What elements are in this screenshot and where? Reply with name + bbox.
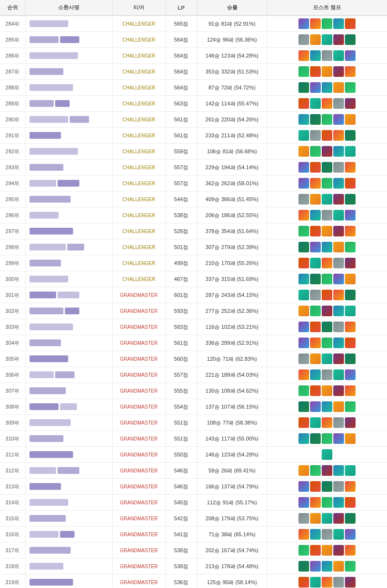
- summoner-name-cell[interactable]: [25, 239, 112, 255]
- summoner-name-cell[interactable]: [25, 128, 112, 144]
- table-row[interactable]: 318위GRANDMASTER538점213승 178패 (54.48%): [0, 559, 387, 574]
- table-row[interactable]: 307위GRANDMASTER555점130승 108패 (54.62%): [0, 383, 387, 399]
- most-champs-cell: [267, 271, 387, 287]
- summoner-name-cell[interactable]: [25, 176, 112, 191]
- table-row[interactable]: 311위GRANDMASTER550점146승 123패 (54.28%): [0, 447, 387, 463]
- summoner-name-cell[interactable]: [25, 527, 112, 543]
- table-row[interactable]: 296위CHALLENGER538점206승 186패 (52.55%): [0, 207, 387, 223]
- summoner-name-cell[interactable]: [25, 495, 112, 511]
- champion-icon: [333, 433, 344, 444]
- summoner-name-cell[interactable]: [25, 223, 112, 239]
- champion-icon: [298, 178, 309, 189]
- summoner-name-cell[interactable]: [25, 559, 112, 574]
- summoner-name-cell[interactable]: [25, 287, 112, 303]
- table-row[interactable]: 317위GRANDMASTER538점202승 167패 (54.74%): [0, 543, 387, 559]
- summoner-name-cell[interactable]: [25, 15, 112, 32]
- table-row[interactable]: 309위GRANDMASTER551점108승 77패 (58.38%): [0, 415, 387, 431]
- table-row[interactable]: 316위GRANDMASTER541점71승 38패 (65.14%): [0, 527, 387, 543]
- table-row[interactable]: 290위CHALLENGER561점261승 220패 (54.26%): [0, 112, 387, 128]
- champion-icon: [322, 178, 332, 189]
- summoner-name-cell[interactable]: [25, 144, 112, 160]
- table-row[interactable]: 284위CHALLENGER565점91승 81패 (52.91%): [0, 15, 387, 32]
- table-row[interactable]: 302위GRANDMASTER593점277승 252패 (52.36%): [0, 303, 387, 319]
- win-rate-cell: 229승 194패 (54.14%): [197, 160, 267, 176]
- table-row[interactable]: 314위GRANDMASTER545점112승 91패 (55.17%): [0, 495, 387, 511]
- summoner-name-cell[interactable]: [25, 383, 112, 399]
- table-row[interactable]: 291위CHALLENGER561점233승 211패 (52.48%): [0, 128, 387, 144]
- champion-icon: [310, 577, 321, 588]
- summoner-name-cell[interactable]: [25, 543, 112, 559]
- rank-cell: 299위: [0, 255, 25, 271]
- summoner-name-cell[interactable]: [25, 574, 112, 588]
- summoner-name-cell[interactable]: [25, 303, 112, 319]
- summoner-name-cell[interactable]: [25, 351, 112, 367]
- summoner-name-cell[interactable]: [25, 367, 112, 383]
- table-row[interactable]: 297위CHALLENGER528점378승 354패 (51.64%): [0, 223, 387, 239]
- most-champs-cell: [267, 239, 387, 255]
- summoner-name-cell[interactable]: [25, 160, 112, 176]
- table-row[interactable]: 292위CHALLENGER559점106승 81패 (56.68%): [0, 144, 387, 160]
- table-row[interactable]: 298위CHALLENGER501점307승 279패 (52.39%): [0, 239, 387, 255]
- summoner-name-cell[interactable]: [25, 48, 112, 64]
- champion-icon: [322, 385, 332, 396]
- table-row[interactable]: 286위CHALLENGER564점146승 123패 (54.28%): [0, 48, 387, 64]
- summoner-name-cell[interactable]: [25, 271, 112, 287]
- summoner-name-cell[interactable]: [25, 112, 112, 128]
- summoner-name-cell[interactable]: [25, 479, 112, 495]
- summoner-name-cell[interactable]: [25, 64, 112, 80]
- lp-cell: 550점: [165, 447, 197, 463]
- champion-icon: [322, 82, 332, 93]
- tier-cell: CHALLENGER: [112, 15, 165, 32]
- summoner-name-cell[interactable]: [25, 319, 112, 335]
- tier-cell: GRANDMASTER: [112, 319, 165, 335]
- table-row[interactable]: 299위CHALLENGER499점210승 170패 (55.26%): [0, 255, 387, 271]
- table-row[interactable]: 310위GRANDMASTER551점143승 117패 (55.00%): [0, 431, 387, 447]
- most-champs-cell: [267, 383, 387, 399]
- table-row[interactable]: 312위GRANDMASTER546점59승 26패 (69.41%): [0, 463, 387, 479]
- summoner-name-cell[interactable]: [25, 96, 112, 112]
- rank-cell: 316위: [0, 527, 25, 543]
- champion-icon: [298, 369, 309, 380]
- table-row[interactable]: 308위GRANDMASTER554점137승 107패 (56.15%): [0, 399, 387, 415]
- champion-icon: [298, 34, 309, 45]
- summoner-name-cell[interactable]: [25, 32, 112, 48]
- champion-icon: [298, 226, 309, 236]
- summoner-name-cell[interactable]: [25, 511, 112, 527]
- table-row[interactable]: 313위GRANDMASTER546점166승 137패 (54.79%): [0, 479, 387, 495]
- table-row[interactable]: 288위CHALLENGER564점87승 72패 (54.72%): [0, 80, 387, 96]
- champion-icon: [333, 529, 344, 540]
- table-row[interactable]: 303위GRANDMASTER583점116승 102패 (53.21%): [0, 319, 387, 335]
- summoner-name-cell[interactable]: [25, 80, 112, 96]
- summoner-name-cell[interactable]: [25, 399, 112, 415]
- rank-cell: 298위: [0, 239, 25, 255]
- table-row[interactable]: 295위CHALLENGER544점409승 386패 (51.45%): [0, 191, 387, 207]
- table-row[interactable]: 294위CHALLENGER557점362승 262패 (58.01%): [0, 176, 387, 191]
- table-row[interactable]: 285위CHALLENGER564점124승 96패 (56.36%): [0, 32, 387, 48]
- summoner-name-cell[interactable]: [25, 431, 112, 447]
- summoner-name-cell[interactable]: [25, 447, 112, 463]
- win-rate-cell: 142승 114패 (55.47%): [197, 96, 267, 112]
- champion-icon: [298, 306, 309, 316]
- table-row[interactable]: 304위GRANDMASTER561점336승 299패 (52.91%): [0, 335, 387, 351]
- summoner-name-cell[interactable]: [25, 415, 112, 431]
- summoner-name-cell[interactable]: [25, 191, 112, 207]
- table-row[interactable]: 300위CHALLENGER467점337승 315패 (51.69%): [0, 271, 387, 287]
- summoner-name-cell[interactable]: [25, 463, 112, 479]
- summoner-name-cell[interactable]: [25, 207, 112, 223]
- most-champs-cell: [267, 447, 387, 463]
- table-row[interactable]: 319위GRANDMASTER536점125승 90패 (58.14%): [0, 574, 387, 588]
- table-row[interactable]: 289위CHALLENGER563점142승 114패 (55.47%): [0, 96, 387, 112]
- table-row[interactable]: 293위CHALLENGER557점229승 194패 (54.14%): [0, 160, 387, 176]
- summoner-name-cell[interactable]: [25, 255, 112, 271]
- champion-icon: [345, 385, 356, 396]
- table-row[interactable]: 305위GRANDMASTER560점120승 71패 (62.83%): [0, 351, 387, 367]
- table-row[interactable]: 301위GRANDMASTER601점287승 243패 (54.15%): [0, 287, 387, 303]
- table-row[interactable]: 306위GRANDMASTER557점221승 188패 (54.03%): [0, 367, 387, 383]
- table-row[interactable]: 315위GRANDMASTER542점208승 179패 (53.75%): [0, 511, 387, 527]
- champion-icon: [298, 417, 309, 428]
- champion-icon: [310, 242, 321, 252]
- summoner-name-cell[interactable]: [25, 335, 112, 351]
- table-row[interactable]: 287위CHALLENGER564점353승 332패 (51.53%): [0, 64, 387, 80]
- tier-cell: GRANDMASTER: [112, 399, 165, 415]
- most-champs-cell: [267, 335, 387, 351]
